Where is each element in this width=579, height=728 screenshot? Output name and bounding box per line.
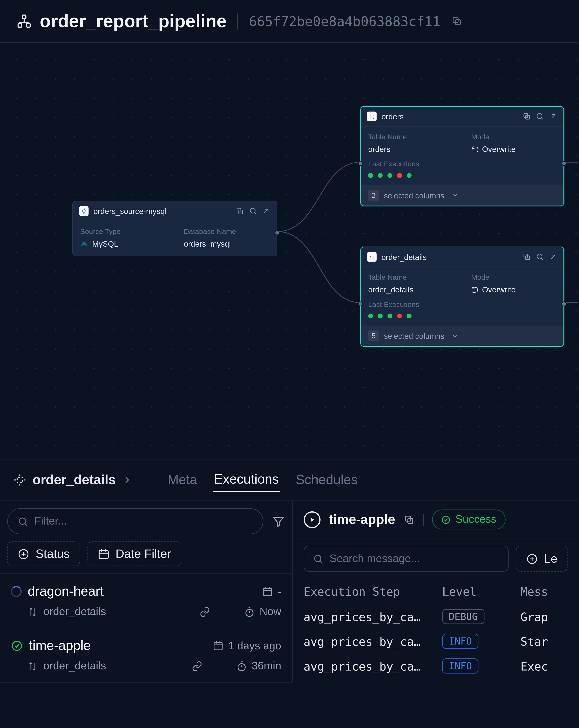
transform-icon: ↑↓ <box>367 252 377 262</box>
search-message-input[interactable]: Search message... <box>304 546 508 572</box>
log-table: Execution Step Level Mess avg_prices_by_… <box>293 579 578 678</box>
last-exec-label: Last Executions <box>368 160 556 168</box>
pipeline-canvas[interactable]: orders_source-mysql Source Type MySQL Da… <box>0 43 578 459</box>
log-row[interactable]: avg_prices_by_ca… INFO Star <box>304 629 568 654</box>
status-dot <box>397 173 402 178</box>
node-search-button[interactable] <box>249 207 257 215</box>
log-message: Grap <box>521 610 568 623</box>
pipeline-name: order_report_pipeline <box>40 11 226 31</box>
svg-point-7 <box>250 208 255 213</box>
check-circle-icon <box>441 515 451 524</box>
execution-item[interactable]: time-apple 1 days ago order_details 36mi… <box>0 628 292 683</box>
node-search-button[interactable] <box>536 112 544 121</box>
node-copy-button[interactable] <box>522 253 531 261</box>
plus-circle-icon <box>18 548 30 560</box>
node-copy-button[interactable] <box>522 112 531 121</box>
table-name-label: Table Name <box>368 273 453 282</box>
status-dot <box>388 173 392 178</box>
execution-subject: order_details <box>43 660 106 672</box>
node-search-button[interactable] <box>536 253 544 261</box>
breadcrumb[interactable]: order_details <box>13 472 133 488</box>
tab-meta[interactable]: Meta <box>166 468 198 491</box>
filter-button[interactable] <box>272 515 285 528</box>
log-message: Star <box>521 634 568 648</box>
details-panel: order_details Meta Executions Schedules … <box>0 459 578 682</box>
node-input-handle[interactable] <box>358 302 363 306</box>
node-output-handle[interactable] <box>275 230 279 235</box>
node-title: orders_source-mysql <box>93 207 231 215</box>
tab-schedules[interactable]: Schedules <box>295 468 359 491</box>
node-open-button[interactable] <box>549 112 557 121</box>
svg-point-25 <box>442 516 449 523</box>
exec-status-dots <box>368 314 556 318</box>
tab-executions[interactable]: Executions <box>213 468 280 492</box>
status-filter-chip[interactable]: Status <box>7 542 80 566</box>
node-copy-button[interactable] <box>236 207 244 215</box>
status-dot <box>378 314 383 318</box>
chevron-right-icon <box>122 474 133 486</box>
link-icon[interactable] <box>191 661 202 672</box>
log-table-header: Execution Step Level Mess <box>304 579 568 604</box>
exec-status-dots <box>368 173 556 178</box>
svg-point-10 <box>537 113 542 119</box>
node-title: orders <box>382 112 518 121</box>
copy-hash-button[interactable] <box>451 16 462 27</box>
arrows-icon <box>28 607 37 617</box>
copy-icon <box>404 514 415 525</box>
svg-point-26 <box>314 555 321 561</box>
execution-name: time-apple <box>29 638 91 654</box>
node-orders-source-mysql[interactable]: orders_source-mysql Source Type MySQL Da… <box>72 201 277 256</box>
svg-rect-0 <box>22 15 26 19</box>
execution-name: dragon-heart <box>28 583 104 599</box>
page-header: order_report_pipeline 665f72be0e8a4b0638… <box>0 0 578 43</box>
node-open-button[interactable] <box>262 207 271 215</box>
source-type-label: Source Type <box>80 227 166 236</box>
chevron-down-icon <box>452 192 459 199</box>
executions-list-pane: Filter... Status Date Filter dragon-hear… <box>0 501 293 683</box>
pipeline-title: order_report_pipeline <box>17 11 227 31</box>
overwrite-icon <box>471 286 478 293</box>
filter-input[interactable]: Filter... <box>7 509 263 535</box>
date-filter-chip[interactable]: Date Filter <box>87 542 182 566</box>
table-name-value: order_details <box>368 285 453 294</box>
mode-value: Overwrite <box>471 145 556 154</box>
plug-icon <box>79 206 89 216</box>
log-level-badge: DEBUG <box>442 609 485 624</box>
selected-columns-toggle[interactable]: 2 selected columns <box>361 185 563 206</box>
table-name-label: Table Name <box>368 133 453 141</box>
search-icon <box>312 553 324 564</box>
node-input-handle[interactable] <box>358 161 363 166</box>
link-icon[interactable] <box>199 606 210 617</box>
spinner-icon <box>11 586 22 597</box>
execution-duration: 36min <box>252 660 281 672</box>
copy-exec-button[interactable] <box>404 514 415 525</box>
node-order-details[interactable]: ↑↓ order_details Table Name order_detail… <box>360 246 564 347</box>
node-orders[interactable]: ↑↓ orders Table Name orders Mode Overwri… <box>360 106 564 206</box>
node-open-button[interactable] <box>549 253 557 261</box>
mode-label: Mode <box>471 273 556 282</box>
selected-columns-toggle[interactable]: 5 selected columns <box>361 326 563 346</box>
svg-rect-1 <box>18 24 22 27</box>
header-step: Execution Step <box>304 585 430 598</box>
status-dot <box>368 173 373 178</box>
status-dot <box>388 314 392 318</box>
funnel-icon <box>272 515 285 528</box>
svg-rect-2 <box>27 24 30 27</box>
node-output-handle[interactable] <box>562 302 567 306</box>
log-row[interactable]: avg_prices_by_ca… DEBUG Grap <box>304 604 568 629</box>
execution-detail-pane: time-apple Success Search message... Le <box>293 501 578 683</box>
level-filter-chip[interactable]: Le <box>516 546 568 572</box>
execution-item[interactable]: dragon-heart - order_details Now <box>0 574 292 628</box>
node-output-handle[interactable] <box>562 161 567 166</box>
breadcrumb-label: order_details <box>32 472 116 488</box>
stopwatch-icon <box>244 606 255 617</box>
hierarchy-icon <box>17 14 31 28</box>
divider <box>423 514 423 525</box>
status-dot <box>397 314 402 318</box>
column-count: 5 <box>368 331 379 341</box>
plus-circle-icon <box>526 552 538 565</box>
source-type-value: MySQL <box>80 239 166 249</box>
log-row[interactable]: avg_prices_by_ca… INFO Exec <box>304 654 568 678</box>
table-name-value: orders <box>368 145 453 154</box>
execution-title: time-apple <box>329 512 395 527</box>
